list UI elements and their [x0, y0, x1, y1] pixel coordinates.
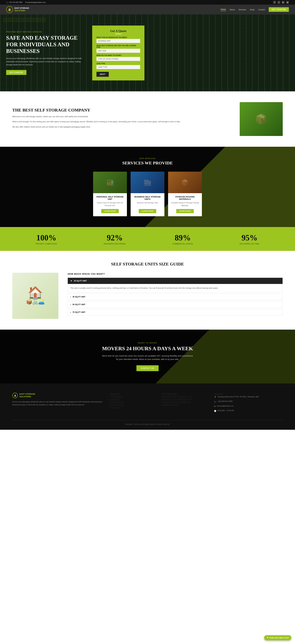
stat-completed: 100% Project Completed [36, 233, 57, 245]
service-name-packing: Storage Packing Materials [171, 196, 199, 200]
service-card-img-business: 🏬 [131, 172, 164, 193]
footer-grid: 🔒 EASY STORAGE SOLUTIONS Secure your bel… [12, 393, 283, 414]
storage-unit [40, 18, 41, 22]
hero-title: Safe And Easy Storage For Individuals An… [6, 34, 83, 54]
about-image: 📦 [240, 102, 283, 136]
twitter-icon[interactable]: t [278, 1, 280, 4]
footer-link-shop[interactable]: Online Shop [110, 404, 156, 406]
about-para-3: We also offer mailbox rental service and… [12, 125, 231, 129]
accordion-header-50[interactable]: › 50 SQ-FT UNIT [68, 302, 283, 308]
footer-link-services[interactable]: Our Services [110, 401, 156, 404]
storage-unit [24, 18, 26, 22]
storage-unit [35, 18, 37, 22]
lead-label: LEAD TYPE [96, 63, 140, 64]
instagram-icon[interactable]: ◉ [286, 1, 289, 4]
phone-info: 📞 +971 54 439 7863 [6, 2, 22, 4]
footer-link-contact[interactable]: Contact Us [110, 406, 156, 409]
stats-section: 100% Project Completed 92% Packages Deli… [0, 227, 295, 251]
accordion-item-35: › 35 SQ-FT UNIT [68, 294, 283, 300]
storage-unit [14, 18, 16, 22]
storage-unit [37, 18, 39, 22]
storage-unit [22, 18, 24, 22]
service-select[interactable]: STORAGE UNIT [96, 39, 140, 43]
cta-tag: READY 24 HOURS [101, 342, 194, 344]
storage-unit [3, 18, 5, 22]
nav-about[interactable]: About [230, 8, 235, 11]
storage-unit [20, 18, 22, 22]
size-select[interactable]: UNIT SIZE [96, 49, 140, 53]
service-desc-personal: Various Sizes Of Storage Units For Perso… [96, 202, 124, 207]
about-para-1: Welcome to our self-storage solution, wh… [12, 115, 231, 118]
services-tag: OUR SERVICES [6, 158, 289, 159]
service-card-personal: 🏭 Personal Self Storage Unit Various Siz… [93, 172, 127, 216]
footer-logo-icon: 🔒 [12, 393, 18, 398]
storage-unit [12, 18, 13, 22]
service-name-business: Business Self Storage Units [133, 196, 162, 200]
cta-title: Movers 24 Hours A Days A Week [101, 346, 194, 352]
footer-service-packing[interactable]: Storage Packing Materials [162, 401, 208, 404]
footer-link-homepage[interactable]: Homepage [110, 396, 156, 398]
learn-more-packing-button[interactable]: LEARN MORE [176, 209, 194, 213]
learn-more-personal-button[interactable]: LEARN MORE [101, 209, 119, 213]
email-icon: ✉ [214, 405, 216, 408]
storage-illustration: 🏠 📦🚲🛋️ [26, 287, 44, 305]
lead-select[interactable]: LEAD TYPE [96, 65, 140, 69]
facebook-icon[interactable]: f [273, 1, 276, 4]
cta-contact-button[interactable]: CONTACT US [136, 365, 159, 371]
nav-home[interactable]: Home [221, 8, 226, 11]
service-card-body-business: Business Self Storage Units Business Sel… [131, 193, 164, 207]
footer-support-title: Support [110, 393, 156, 396]
quote-next-button[interactable]: NEXT [96, 72, 109, 77]
navbar: 🔒 EASY STORAGESOLUTIONS Home About Servi… [0, 4, 295, 14]
quote-form: Get a Quote WHAT TYPE OF SERVICE DO YOU … [92, 26, 144, 80]
cta-description: We're here for you round the clock! Our … [101, 354, 194, 361]
about-text: The Best Self Storage Company Welcome to… [12, 108, 231, 130]
services-inner: OUR SERVICES Services We Provide 🏭 Perso… [6, 158, 289, 216]
storage-row [3, 18, 46, 22]
quote-form-title: Get a Quote [96, 29, 140, 33]
service-name-personal: Personal Self Storage Unit [96, 196, 124, 200]
storage-unit [42, 18, 44, 22]
form-group-lead: LEAD TYPE LEAD TYPE [96, 63, 140, 69]
learn-more-business-button[interactable]: LEARN MORE [139, 209, 156, 213]
logo-icon: 🔒 [6, 6, 13, 13]
about-image-placeholder: 📦 [240, 102, 283, 136]
stat-commercial: 89% Commercial Goods [172, 233, 193, 245]
services-grid: 🏭 Personal Self Storage Unit Various Siz… [6, 172, 289, 216]
quote-form-underline [115, 34, 121, 34]
storage-unit [18, 18, 20, 22]
hero-cta-button[interactable]: GET STARTED [6, 70, 26, 75]
footer-service-personal[interactable]: Personal Self Storage Units [162, 396, 208, 398]
footer-service-business[interactable]: Business Self Storage Units [162, 398, 208, 401]
stat-label-completed: Project Completed [36, 243, 57, 245]
stat-ontime: 95% Delivered On Time [240, 233, 259, 245]
nav-contact[interactable]: Contact [258, 8, 265, 11]
service-card-img-packing: 📦 [168, 172, 202, 193]
nav-shop[interactable]: Shop [250, 8, 255, 11]
logo-text: EASY STORAGESOLUTIONS [14, 7, 29, 12]
footer-link-about[interactable]: About Us [110, 398, 156, 401]
service-label: WHAT TYPE OF SERVICE DO YOU NEED? [96, 36, 140, 38]
size-guide-image: 🏠 📦🚲🛋️ [12, 273, 58, 319]
size-guide-content: HOW MUCH SPACE YOU WANT? ▼ 25 SQ-FT UNIT… [68, 273, 283, 316]
accordion-label-35: 35 SQ-FT UNIT [72, 296, 85, 298]
footer-logo-text: EASY STORAGE SOLUTIONS [19, 393, 35, 398]
location-icon: 📍 [214, 396, 216, 398]
footer-service-mailbox[interactable]: Mailbox Rental [162, 404, 208, 406]
accordion-header-70[interactable]: › 70 SQ-FT UNIT [68, 309, 283, 315]
nav-services[interactable]: Services [239, 8, 246, 11]
storage-unit [33, 18, 35, 22]
goods-select[interactable]: TYPE OF GOOD STORED [96, 57, 140, 61]
accordion-header-25[interactable]: ▼ 25 SQ-FT UNIT [68, 278, 283, 284]
accordion-header-35[interactable]: › 35 SQ-FT UNIT [68, 294, 283, 300]
footer-services-links: Personal Self Storage Units Business Sel… [162, 396, 208, 406]
services-section: OUR SERVICES Services We Provide 🏭 Perso… [0, 147, 295, 227]
footer-contact-title: Contact [214, 393, 283, 396]
chevron-down-icon: ▼ [70, 280, 72, 282]
nav-get-started-button[interactable]: GET STARTED [269, 7, 289, 12]
footer-support-col: Support Homepage About Us Our Services O… [110, 393, 156, 414]
youtube-icon[interactable]: ▶ [282, 1, 285, 4]
accordion-label-70: 70 SQ-FT UNIT [72, 311, 85, 313]
stat-label-delivered: Packages Delivered [104, 243, 126, 245]
size-guide-title: SELF STORAGE UNITS SIZE GUIDE [12, 262, 283, 266]
